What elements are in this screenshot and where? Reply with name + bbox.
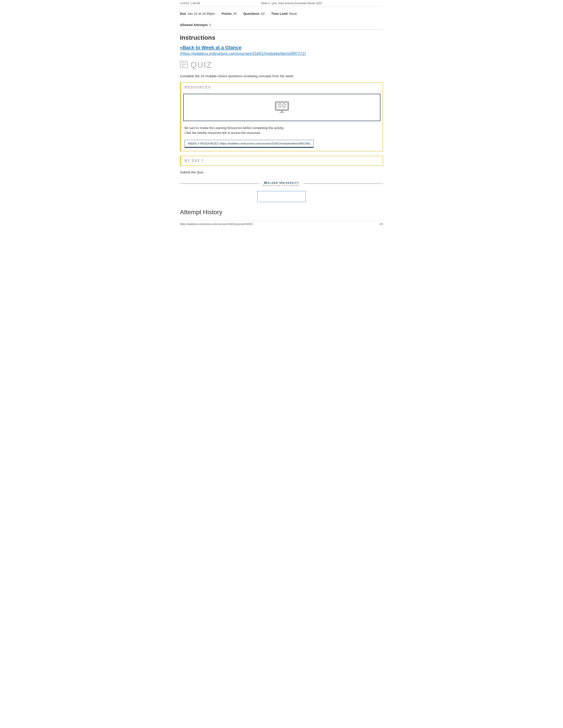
weekly-resources-link-text: WEEKLY RESOURCES (https://waldenu.instru… — [188, 142, 310, 145]
back-link[interactable]: «Back to Week at a Glance — [180, 45, 383, 51]
quiz-title: QUIZ — [190, 60, 212, 70]
allowed-attempts-row: Allowed Attempts 2 — [180, 23, 383, 27]
footer-url-bar: https://waldenu.instructure.com/courses/… — [180, 220, 383, 228]
walden-tagline: Education for Good® — [263, 184, 300, 187]
questions-label: Questions — [243, 12, 259, 15]
allowed-item: Allowed Attempts 2 — [180, 23, 211, 27]
resources-line2: Click the weekly resources link to acces… — [184, 130, 379, 135]
quiz-icon-row: QUIZ — [180, 60, 383, 70]
back-link-text: «Back to Week at a Glance — [180, 45, 241, 50]
by-day-header: BY DAY 7 — [181, 156, 383, 165]
questions-value: 10 — [261, 12, 265, 15]
resources-text: Be sure to review the Learning Resources… — [181, 123, 383, 138]
take-quiz-button[interactable] — [257, 191, 306, 202]
submit-text: Submit the Quiz. — [180, 170, 383, 174]
due-item: Due Jan 22 at 10:59pm — [180, 12, 215, 15]
points-label: Points — [222, 12, 232, 15]
due-label: Due — [180, 12, 186, 15]
time-limit-label: Time Limit — [271, 12, 288, 15]
browser-page-title: Week 2: Quiz: Data Science Essentials-Wi… — [261, 2, 322, 5]
questions-item: Questions 10 — [243, 12, 264, 15]
due-value: Jan 22 at 10:59pm — [187, 12, 215, 15]
quiz-description: Complete the 10 multiple-choice question… — [180, 74, 383, 78]
svg-rect-4 — [275, 102, 289, 110]
allowed-value: 2 — [209, 23, 211, 27]
time-limit-item: Time Limit None — [271, 12, 297, 15]
resources-header: RESOURCES — [181, 83, 383, 92]
browser-bar: 1/23/23, 1:48 AM Week 2: Quiz: Data Scie… — [180, 0, 383, 7]
quiz-list-icon — [180, 61, 188, 69]
resources-line1: Be sure to review the Learning Resources… — [184, 126, 379, 130]
points-item: Points 25 — [222, 12, 237, 15]
walden-name: Walden University — [263, 181, 300, 184]
allowed-label: Allowed Attempts — [180, 23, 208, 27]
weekly-resources-link[interactable]: WEEKLY RESOURCES (https://waldenu.instru… — [184, 140, 314, 148]
resources-section: RESOURCES Be sure to review the Learning… — [180, 82, 383, 151]
time-limit-value: None — [289, 12, 297, 15]
footer-page-number: 1/6 — [379, 223, 383, 226]
walden-footer: Walden University Education for Good® — [180, 181, 383, 187]
by-day-section: BY DAY 7 — [180, 156, 383, 166]
footer-url: https://waldenu.instructure.com/courses/… — [180, 223, 252, 226]
svg-rect-5 — [276, 103, 288, 109]
monitor-book-icon — [274, 101, 290, 114]
instructions-heading: Instructions — [180, 34, 383, 41]
back-link-url: (https://waldenu.instructure.com/courses… — [180, 51, 383, 56]
meta-bar: Due Jan 22 at 10:59pm Points 25 Question… — [180, 9, 383, 30]
walden-logo: Walden University Education for Good® — [263, 181, 300, 187]
attempt-history-heading: Attempt History — [180, 209, 383, 216]
resources-inner-box — [183, 94, 381, 121]
points-value: 25 — [233, 12, 237, 15]
browser-timestamp: 1/23/23, 1:48 AM — [180, 2, 200, 5]
